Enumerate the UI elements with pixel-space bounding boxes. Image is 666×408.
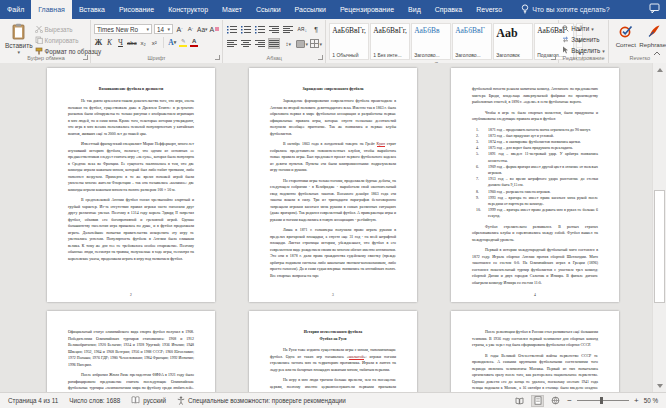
highlight-button[interactable]: ✎ bbox=[179, 38, 188, 48]
font-family-value: Times New Ro bbox=[97, 26, 138, 33]
list-item: 10.1999 год – вратарь имеет право держат… bbox=[476, 207, 598, 219]
select-button[interactable]: Выделить▾ bbox=[562, 46, 605, 55]
style-card-4[interactable]: AabЗаголовок bbox=[493, 23, 533, 60]
reverso-correct-button[interactable]: Correct bbox=[613, 24, 639, 48]
shrink-font-button[interactable]: Аˇ bbox=[186, 24, 195, 34]
zoom-out-button[interactable]: − bbox=[567, 397, 572, 405]
decrease-indent-icon[interactable] bbox=[268, 24, 280, 35]
text-effects-button[interactable]: А▾ bbox=[168, 38, 177, 48]
document-page-5[interactable]: Официальный статус олимпийского вида спо… bbox=[47, 311, 215, 392]
borders-icon[interactable]: ▾ bbox=[310, 38, 322, 49]
zoom-in-button[interactable]: + bbox=[634, 397, 639, 405]
font-group-label: Шрифт bbox=[94, 55, 219, 63]
tab-Главная[interactable]: Главная bbox=[31, 0, 72, 19]
document-page-4[interactable]: футбольной юности решали капитаны команд… bbox=[451, 68, 619, 302]
tab-Рецензирование[interactable]: Рецензирование bbox=[333, 0, 401, 19]
align-right-icon[interactable] bbox=[254, 38, 266, 49]
style-card-1[interactable]: АаБбВвГг,1 Без инте... bbox=[370, 23, 410, 60]
scroll-down-icon[interactable] bbox=[654, 380, 665, 391]
tab-Вставка[interactable]: Вставка bbox=[72, 0, 112, 19]
print-layout-button[interactable] bbox=[531, 395, 544, 407]
tell-me-box[interactable]: Что вы хотите сделать? bbox=[521, 0, 609, 19]
tab-Reverso[interactable]: Reverso bbox=[469, 0, 509, 19]
font-dialog-launcher[interactable] bbox=[215, 55, 220, 60]
document-canvas: Возникновение футбола в древностиНе так … bbox=[0, 63, 666, 392]
find-button[interactable]: Найти▾ bbox=[562, 24, 605, 33]
scrollbar-thumb[interactable] bbox=[654, 190, 665, 303]
numbering-icon[interactable] bbox=[240, 24, 252, 35]
superscript-button[interactable]: x² bbox=[150, 38, 159, 48]
font-group: Times New Ro▾ 14▾ Аˆ Аˇ Аа▾ А Ж К Ч bbox=[91, 20, 223, 63]
replace-icon bbox=[562, 36, 569, 44]
change-case-button[interactable]: Аа▾ bbox=[197, 24, 208, 34]
bold-button[interactable]: Ж bbox=[94, 38, 103, 48]
accessibility-status[interactable]: Специальные возможности: проверьте реком… bbox=[177, 396, 346, 406]
comments-icon[interactable] bbox=[649, 3, 660, 15]
word-window: ФайлГлавнаяВставкаРисованиеКонструкторМа… bbox=[0, 0, 666, 408]
document-page-2[interactable]: Возникновение футбола в древностиНе так … bbox=[47, 68, 215, 302]
font-color-button[interactable]: А bbox=[190, 38, 199, 48]
zoom-level[interactable]: 50 % bbox=[644, 397, 658, 404]
page-indicator[interactable]: Страница 4 из 11 bbox=[8, 397, 58, 404]
style-card-0[interactable]: АаБбВвГг,1 Обычный bbox=[329, 23, 369, 60]
strikethrough-button[interactable]: abc bbox=[127, 38, 137, 48]
language-label: русский bbox=[143, 397, 166, 404]
multilevel-list-icon[interactable] bbox=[254, 24, 266, 35]
web-layout-button[interactable] bbox=[549, 395, 562, 407]
replace-button[interactable]: Заменить bbox=[562, 35, 605, 44]
font-family-select[interactable]: Times New Ro▾ bbox=[94, 24, 152, 34]
clipboard-group-label: Буфер обмена bbox=[5, 55, 87, 63]
tab-Макет[interactable]: Макет bbox=[215, 0, 249, 19]
read-mode-button[interactable] bbox=[513, 395, 526, 407]
line-spacing-icon[interactable]: ↕▾ bbox=[282, 38, 294, 49]
tab-Конструктор[interactable]: Конструктор bbox=[161, 0, 215, 19]
correct-icon bbox=[619, 24, 633, 39]
align-center-icon[interactable] bbox=[240, 38, 252, 49]
subscript-button[interactable]: x₂ bbox=[139, 38, 148, 48]
bullets-icon[interactable] bbox=[226, 24, 238, 35]
align-left-icon[interactable] bbox=[226, 38, 238, 49]
increase-indent-icon[interactable] bbox=[282, 24, 294, 35]
proofing-book-icon bbox=[131, 396, 140, 405]
zoom-slider-thumb[interactable] bbox=[600, 397, 603, 404]
tab-Файл[interactable]: Файл bbox=[0, 0, 31, 19]
style-label: 1 Без инте... bbox=[373, 52, 407, 58]
proofing-status[interactable]: русский bbox=[131, 396, 166, 405]
zoom-slider[interactable] bbox=[577, 400, 629, 401]
paragraph: После революции футбол в России стал раз… bbox=[472, 329, 598, 349]
style-card-2[interactable]: АаБбВвЗаголово... bbox=[411, 23, 451, 60]
tab-Справка[interactable]: Справка bbox=[428, 0, 469, 19]
tab-Вид[interactable]: Вид bbox=[401, 0, 428, 19]
document-page-7[interactable]: После революции футбол в России стал раз… bbox=[451, 311, 619, 392]
paragraph-dialog-launcher[interactable] bbox=[318, 55, 323, 60]
clipboard-dialog-launcher[interactable] bbox=[83, 55, 88, 60]
paragraph: Но сторонники игры только ногами, продол… bbox=[270, 178, 396, 224]
grow-font-button[interactable]: Аˆ bbox=[175, 24, 184, 34]
tab-Ссылки[interactable]: Ссылки bbox=[249, 0, 288, 19]
editing-group-label: Редактирование bbox=[562, 55, 605, 63]
underline-button[interactable]: Ч bbox=[116, 38, 125, 48]
document-page-3[interactable]: Зарождение современного футболаЗарождени… bbox=[249, 68, 417, 302]
style-card-3[interactable]: АаБбВвГЗаголово... bbox=[452, 23, 492, 60]
clear-formatting-button[interactable]: А bbox=[210, 24, 220, 34]
styles-dialog-launcher[interactable] bbox=[551, 55, 556, 60]
list-item: 5.1891 год – введен 11-метровый удар. У … bbox=[476, 151, 598, 163]
paragraph-group-label: Абзац bbox=[226, 55, 322, 63]
tab-Рисование[interactable]: Рисование bbox=[112, 0, 161, 19]
scroll-up-icon[interactable] bbox=[654, 64, 665, 75]
shading-icon[interactable]: ▾ bbox=[296, 38, 308, 49]
document-page-6[interactable]: История отечественного футболаФутбол на … bbox=[249, 311, 417, 392]
word-count[interactable]: Число слов: 1688 bbox=[69, 397, 120, 404]
italic-button[interactable]: К bbox=[105, 38, 114, 48]
tab-Рассылки[interactable]: Рассылки bbox=[288, 0, 333, 19]
font-size-select[interactable]: 14▾ bbox=[154, 24, 173, 34]
justify-icon[interactable] bbox=[268, 38, 280, 49]
paragraph: Зарождение формирования современного фут… bbox=[270, 98, 396, 137]
sort-icon[interactable]: АЯ↓ bbox=[296, 24, 308, 35]
pilcrow-icon[interactable]: ¶ bbox=[310, 24, 322, 35]
vertical-scrollbar[interactable] bbox=[652, 63, 666, 392]
list-item: 6.1909 год – форма вратаря имеет другой … bbox=[476, 164, 598, 176]
paste-button[interactable]: Вставить ▾ bbox=[5, 21, 33, 54]
paste-label: Вставить bbox=[5, 42, 33, 49]
collapse-ribbon-icon[interactable] bbox=[653, 42, 661, 60]
